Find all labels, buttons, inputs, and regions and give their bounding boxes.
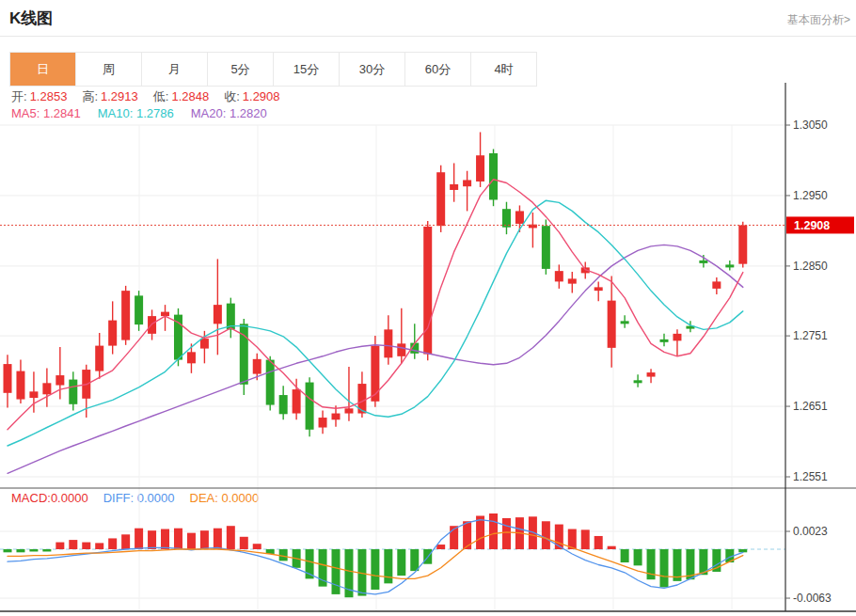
last-price-badge-text: 1.2908 [794, 219, 830, 232]
tab-60分[interactable]: 60分 [405, 53, 471, 86]
axis-tick-label: 0.0023 [793, 525, 828, 538]
axis-tick-label: 1.2551 [793, 470, 828, 483]
tab-4时[interactable]: 4时 [471, 53, 536, 86]
timeframe-tabs: 日周月5分15分30分60分4时 [9, 52, 537, 87]
fundamental-analysis-link[interactable]: 基本面分析> [787, 12, 850, 28]
axis-tick-label: -0.0063 [793, 592, 832, 605]
kline-page: K线图 基本面分析> 日周月5分15分30分60分4时 开:1.2853高:1.… [0, 0, 856, 616]
axis-tick-label: 1.3050 [793, 118, 828, 132]
tab-5分[interactable]: 5分 [208, 53, 274, 86]
tab-15分[interactable]: 15分 [274, 53, 340, 86]
tab-日[interactable]: 日 [10, 53, 76, 86]
tab-月[interactable]: 月 [142, 53, 208, 86]
page-title: K线图 [9, 8, 53, 29]
header-divider [0, 36, 856, 37]
tab-30分[interactable]: 30分 [340, 53, 405, 86]
axis-tick-label: 1.2751 [793, 329, 828, 342]
tab-周[interactable]: 周 [76, 53, 142, 86]
axis-tick-label: 1.2651 [793, 400, 828, 413]
kline-chart[interactable]: 1.30501.29501.28501.27511.26511.25510.00… [0, 83, 856, 616]
axis-tick-label: 1.2850 [793, 260, 828, 273]
axis-tick-label: 1.2950 [793, 189, 828, 202]
